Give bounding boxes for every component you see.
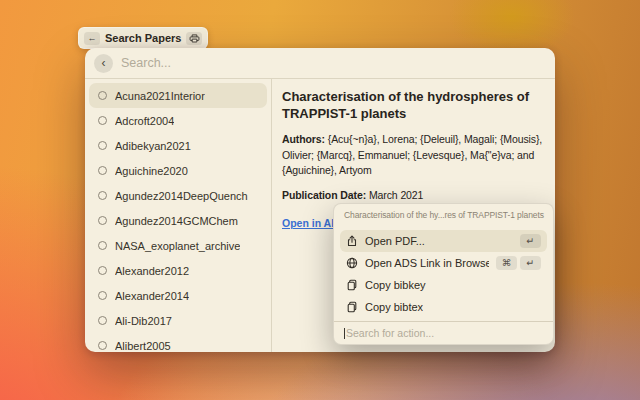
command-tag-label: Search Papers: [105, 32, 181, 44]
list-item[interactable]: Alibert2005: [89, 333, 267, 352]
list-item-label: Alexander2014: [115, 290, 189, 302]
action-item-label: Open PDF...: [365, 235, 425, 247]
back-arrow-icon[interactable]: ←: [84, 32, 100, 45]
return-key-icon: ↵: [520, 256, 541, 270]
list-item[interactable]: Alexander2012: [89, 258, 267, 283]
list-item-label: Agundez2014GCMChem: [115, 215, 238, 227]
list-item-label: Agundez2014DeepQuench: [115, 190, 248, 202]
paper-ring-icon: [98, 116, 107, 125]
action-search-bar[interactable]: Search for action...: [334, 321, 553, 344]
list-item-label: Alexander2012: [115, 265, 189, 277]
action-panel-header: Characterisation of the hy...res of TRAP…: [334, 204, 553, 228]
list-item-label: Aguichine2020: [115, 165, 188, 177]
list-item[interactable]: Adcroft2004: [89, 108, 267, 133]
paper-ring-icon: [98, 191, 107, 200]
action-item-label: Copy bibkey: [365, 279, 426, 291]
action-item[interactable]: Open ADS Link in Browser⌘↵: [340, 252, 547, 274]
chevron-left-icon: ‹: [102, 57, 106, 69]
globe-icon: [346, 257, 358, 269]
list-item[interactable]: Agundez2014GCMChem: [89, 208, 267, 233]
list-item-label: Ali-Dib2017: [115, 315, 172, 327]
paper-ring-icon: [98, 241, 107, 250]
list-item[interactable]: Agundez2014DeepQuench: [89, 183, 267, 208]
action-item-label: Copy bibtex: [365, 301, 423, 313]
shortcut-keys: ↵: [520, 234, 541, 248]
authors-label: Authors:: [282, 133, 325, 145]
back-button[interactable]: ‹: [94, 54, 113, 73]
paper-ring-icon: [98, 291, 107, 300]
paper-authors: Authors: {Acu{~n}a}, Lorena; {Deleuil}, …: [282, 132, 547, 179]
list-item[interactable]: Adibekyan2021: [89, 133, 267, 158]
clipboard-icon: [346, 301, 358, 313]
paper-pubdate: Publication Date: March 2021: [282, 188, 547, 204]
paper-ring-icon: [98, 166, 107, 175]
list-item[interactable]: Aguichine2020: [89, 158, 267, 183]
paper-ring-icon: [98, 266, 107, 275]
paper-ring-icon: [98, 341, 107, 350]
list-item[interactable]: Ali-Dib2017: [89, 308, 267, 333]
action-panel: Characterisation of the hy...res of TRAP…: [333, 203, 554, 345]
list-item-label: Adcroft2004: [115, 115, 174, 127]
shortcut-keys: ⌘↵: [496, 256, 541, 270]
paper-title: Characterisation of the hydrospheres of …: [282, 89, 547, 123]
paper-ring-icon: [98, 316, 107, 325]
list-item-label: Alibert2005: [115, 340, 171, 352]
list-item-label: NASA_exoplanet_archive: [115, 240, 240, 252]
return-key-icon: ↵: [520, 234, 541, 248]
action-item[interactable]: Copy bibtex: [340, 296, 547, 318]
action-list: Open PDF...↵Open ADS Link in Browser⌘↵Co…: [334, 228, 553, 321]
pubdate-label: Publication Date:: [282, 189, 366, 201]
command-key-icon: ⌘: [496, 256, 517, 270]
search-bar: ‹ Search...: [85, 48, 555, 79]
share-icon: [346, 235, 358, 247]
paper-ring-icon: [98, 216, 107, 225]
search-input[interactable]: Search...: [121, 56, 171, 70]
text-cursor: [344, 328, 345, 339]
list-item[interactable]: NASA_exoplanet_archive: [89, 233, 267, 258]
list-item[interactable]: Acuna2021Interior: [89, 83, 267, 108]
command-tag[interactable]: ← Search Papers: [78, 27, 208, 49]
paper-ring-icon: [98, 141, 107, 150]
list-item-label: Adibekyan2021: [115, 140, 191, 152]
action-item[interactable]: Open PDF...↵: [340, 230, 547, 252]
list-item[interactable]: Alexander2014: [89, 283, 267, 308]
desktop-wallpaper: ← Search Papers ‹ Search... Acuna2021Int…: [0, 0, 640, 400]
clipboard-icon: [346, 279, 358, 291]
action-search-input[interactable]: Search for action...: [346, 327, 434, 339]
papers-list: Acuna2021InteriorAdcroft2004Adibekyan202…: [85, 79, 272, 352]
paper-ring-icon: [98, 91, 107, 100]
action-item-label: Open ADS Link in Browser: [365, 257, 489, 269]
list-item-label: Acuna2021Interior: [115, 90, 205, 102]
printer-icon: [186, 32, 202, 45]
action-item[interactable]: Copy bibkey: [340, 274, 547, 296]
